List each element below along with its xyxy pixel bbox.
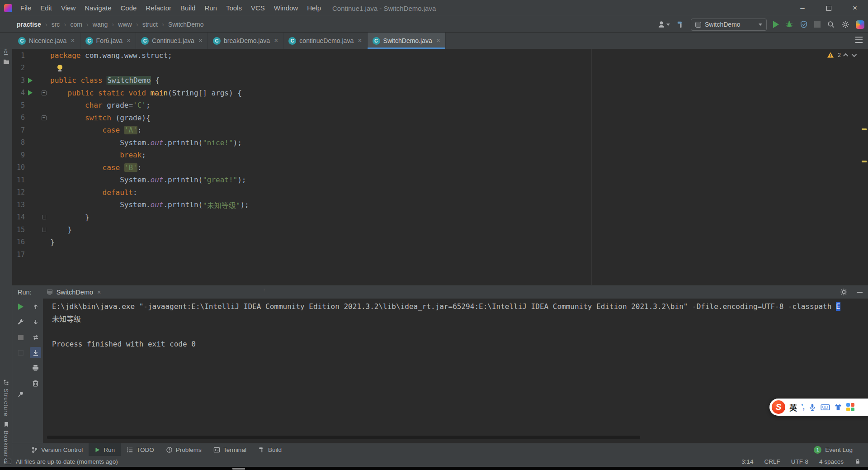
ime-punctuation-toggle[interactable]: ’, <box>801 403 804 411</box>
splitter-handle[interactable]: ∶ <box>264 287 266 293</box>
menu-view[interactable]: View <box>57 0 80 16</box>
gear-icon[interactable] <box>840 288 848 296</box>
skin-shirt-icon[interactable] <box>834 403 842 411</box>
rerun-button[interactable] <box>15 301 26 312</box>
run-line-icon[interactable] <box>28 78 33 83</box>
close-tab-icon[interactable]: × <box>436 37 440 44</box>
run-icon <box>773 21 779 28</box>
editor[interactable]: 1package com.wang.www.struct;23public cl… <box>12 49 868 285</box>
close-tab-icon[interactable]: × <box>71 37 75 44</box>
minimize-button[interactable]: – <box>789 0 816 16</box>
fold-icon[interactable]: − <box>42 115 47 120</box>
close-button[interactable]: × <box>842 0 868 16</box>
ime-language-toggle[interactable]: 英 <box>789 402 797 413</box>
breadcrumb-item[interactable]: com <box>70 21 82 28</box>
debug-button[interactable] <box>785 20 793 28</box>
keyboard-icon[interactable] <box>821 404 830 411</box>
user-account-button[interactable] <box>657 20 670 28</box>
breadcrumb-item[interactable]: wang <box>93 21 108 28</box>
tab-build[interactable]: Build <box>252 443 288 456</box>
horizontal-scrollbar[interactable] <box>47 436 640 439</box>
print-button[interactable] <box>30 362 41 374</box>
maximize-button[interactable] <box>816 0 842 16</box>
run-configuration-value: SwitchDemo <box>705 21 755 28</box>
pin-tab-button[interactable] <box>15 389 26 400</box>
ime-toolbox-icon[interactable] <box>846 403 854 411</box>
ime-floating-icon[interactable] <box>856 20 864 29</box>
fold-icon[interactable]: − <box>42 90 47 95</box>
editor-tab[interactable]: CbreakDemo.java× <box>208 33 283 49</box>
indent-setting[interactable]: 4 spaces <box>819 458 844 465</box>
code-line: 12 default: <box>12 186 868 199</box>
run-with-coverage-button[interactable] <box>800 20 808 28</box>
editor-tab[interactable]: CNicenice.java× <box>13 33 80 49</box>
breadcrumb-item[interactable]: struct <box>142 21 158 28</box>
prev-warning-icon[interactable] <box>843 53 848 58</box>
hide-panel-icon[interactable] <box>857 292 863 293</box>
modify-run-configuration-button[interactable] <box>15 316 26 328</box>
menu-help[interactable]: Help <box>302 0 326 16</box>
sidebar-item-bookmarks[interactable]: Bookmarks <box>0 422 12 464</box>
taskbar-peek <box>232 468 245 470</box>
sidebar-item-structure[interactable]: Structure <box>0 379 12 417</box>
tab-list-menu-icon[interactable] <box>855 37 863 43</box>
menu-tools[interactable]: Tools <box>222 0 246 16</box>
breadcrumb-item[interactable]: practise <box>17 21 41 28</box>
menu-build[interactable]: Build <box>176 0 200 16</box>
editor-tab[interactable]: CContinue1.java× <box>136 33 208 49</box>
breadcrumb-item[interactable]: www <box>118 21 132 28</box>
lock-icon[interactable] <box>854 458 861 465</box>
menu-navigate[interactable]: Navigate <box>80 0 116 16</box>
menu-code[interactable]: Code <box>116 0 141 16</box>
sogou-logo-icon[interactable]: S <box>772 400 785 414</box>
tab-run[interactable]: Run <box>89 443 121 456</box>
close-tab-icon[interactable]: × <box>198 37 203 44</box>
console-output[interactable]: E:\jdk\bin\java.exe "-javaagent:E:\Intel… <box>43 299 868 443</box>
menu-file[interactable]: File <box>16 0 36 16</box>
run-console-tab[interactable]: SwitchDemo × <box>42 288 105 297</box>
settings-button[interactable] <box>841 20 849 28</box>
tab-problems[interactable]: Problems <box>160 443 208 456</box>
tab-terminal[interactable]: Terminal <box>208 443 252 456</box>
intention-bulb-icon[interactable] <box>57 65 62 71</box>
build-project-button[interactable] <box>676 20 684 28</box>
menu-refactor[interactable]: Refactor <box>141 0 176 16</box>
close-tab-icon[interactable]: × <box>127 37 131 44</box>
clear-console-button[interactable] <box>30 378 41 389</box>
line-separator[interactable]: CRLF <box>764 458 780 465</box>
menu-run[interactable]: Run <box>200 0 222 16</box>
down-stack-trace-button[interactable] <box>30 316 41 328</box>
microphone-icon[interactable] <box>808 403 816 411</box>
run-line-icon[interactable] <box>28 90 33 95</box>
fold-end-icon[interactable] <box>42 215 46 219</box>
menu-vcs[interactable]: VCS <box>246 0 269 16</box>
up-stack-trace-button[interactable] <box>30 301 41 312</box>
tab-version-control[interactable]: Version Control <box>25 443 89 456</box>
editor-tab[interactable]: CcontinueDemo.java× <box>283 33 367 49</box>
close-tab-icon[interactable]: × <box>274 37 278 44</box>
fold-end-icon[interactable] <box>42 228 46 232</box>
scroll-to-end-button[interactable] <box>30 347 41 358</box>
search-everywhere-button[interactable] <box>827 20 835 28</box>
code-line: 10 case 'B': <box>12 161 868 174</box>
event-log-button[interactable]: 1 Event Log <box>814 446 853 454</box>
menu-window[interactable]: Window <box>269 0 302 16</box>
close-tab-icon[interactable]: × <box>97 289 101 295</box>
file-encoding[interactable]: UTF-8 <box>791 458 808 465</box>
caret-position[interactable]: 3:14 <box>741 458 753 465</box>
line-number: 4 <box>12 89 25 97</box>
editor-tab[interactable]: CFor6.java× <box>80 33 137 49</box>
editor-tab[interactable]: CSwitchDemo.java× <box>368 33 446 49</box>
breadcrumb-item[interactable]: SwitchDemo <box>168 21 204 28</box>
menu-edit[interactable]: Edit <box>36 0 57 16</box>
soft-wrap-button[interactable] <box>30 332 41 343</box>
run-button[interactable] <box>773 21 779 28</box>
inspections-widget[interactable]: 2 <box>827 52 855 58</box>
close-tab-icon[interactable]: × <box>358 37 362 44</box>
tab-todo[interactable]: TODO <box>121 443 160 456</box>
breadcrumb-item[interactable]: src <box>52 21 60 28</box>
run-configuration-select[interactable]: SwitchDemo <box>691 19 767 31</box>
warning-count: 2 <box>838 52 841 58</box>
stop-button[interactable] <box>814 21 821 28</box>
stop-process-button[interactable] <box>15 332 26 343</box>
